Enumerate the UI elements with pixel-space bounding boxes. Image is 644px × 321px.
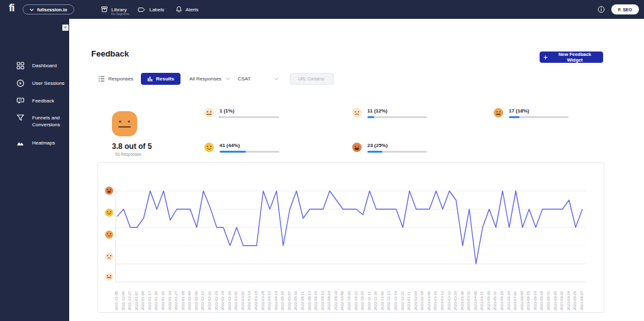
x-axis-date-label: 2023-03-10	[433, 284, 437, 310]
responses-count: 93 Responses	[115, 152, 142, 156]
x-axis-date-label: 2022-01-20	[154, 284, 158, 310]
average-score: 3.8 out of 5	[112, 142, 152, 151]
x-axis-date-label: 2021-12-05	[114, 284, 118, 310]
tab-responses-label: Responses	[108, 76, 133, 82]
x-axis-date-label: 2022-12-06	[380, 284, 384, 310]
grimace-emoji-icon	[204, 108, 214, 117]
sidebar-item-label: Feedback	[32, 96, 54, 104]
nav-item-labels[interactable]: Labels	[138, 6, 164, 13]
new-feedback-widget-button[interactable]: New Feedback Widget	[540, 52, 603, 63]
audience-select[interactable]: All Responses	[189, 76, 230, 82]
distribution-item-grimace: 1 (1%)	[204, 108, 352, 143]
x-axis-date-label: 2023-09-20	[553, 284, 557, 310]
bar-chart-icon	[147, 76, 153, 82]
account-name: fullsession.io	[37, 7, 67, 13]
feedback-trend-line-chart[interactable]	[98, 163, 595, 283]
app-window: fi fullsession.io Library For Segments L…	[0, 0, 644, 321]
x-axis-date-label: 2022-10-09	[340, 284, 344, 310]
list-icon	[98, 75, 105, 82]
bell-icon	[175, 6, 182, 13]
x-axis-date-label: 2022-01-23	[161, 284, 165, 310]
sidebar-item-heatmaps[interactable]: Heatmaps	[0, 138, 69, 147]
x-axis-date-label: 2022-03-15	[254, 284, 258, 310]
x-axis-date-label: 2023-01-11	[407, 284, 411, 310]
sidebar: Dashboard User Sessions Feedback Funnels…	[0, 19, 69, 321]
survey-type-select[interactable]: CSAT	[238, 76, 279, 82]
distribution-count-label: 23 (25%)	[367, 143, 427, 148]
nav-item-alerts[interactable]: Alerts	[175, 6, 198, 13]
distribution-count-label: 17 (18%)	[509, 108, 569, 114]
tab-responses[interactable]: Responses	[98, 75, 133, 82]
distribution-count-label: 41 (44%)	[219, 143, 279, 148]
x-axis-date-label: 2022-08-13	[308, 284, 311, 310]
main-content: Feedback New Feedback Widget Responses R…	[69, 19, 644, 321]
tab-results[interactable]: Results	[141, 73, 180, 85]
tab-results-label: Results	[156, 76, 174, 82]
nav-item-library[interactable]: Library For Segments	[101, 6, 126, 13]
x-axis-date-label: 2022-02-26	[228, 284, 231, 310]
x-axis-date-label: 2022-04-14	[274, 284, 278, 310]
chevron-down-icon	[274, 77, 279, 80]
distribution-bar-track	[367, 151, 427, 153]
x-axis-date-label: 2023-03-22	[447, 284, 451, 310]
x-axis-date-label: 2023-09-27	[580, 284, 584, 310]
info-icon[interactable]	[597, 6, 605, 13]
sidebar-item-label: Funnels and Conversions	[32, 113, 67, 128]
x-axis-date-label: 2023-08-21	[547, 284, 550, 310]
mountain-icon	[16, 139, 25, 147]
x-axis-date-label: 2022-06-07	[287, 284, 291, 310]
url-search-input[interactable]	[297, 76, 330, 82]
x-axis-date-label: 2023-08-18	[540, 284, 543, 310]
sidebar-item-label: User Sessions	[32, 79, 65, 87]
x-axis-date-label: 2023-08-06	[520, 284, 524, 310]
top-nav-menu: Library For Segments Labels Alerts	[101, 0, 198, 19]
sidebar-item-funnels[interactable]: Funnels and Conversions	[0, 113, 69, 128]
sidebar-item-dashboard[interactable]: Dashboard	[0, 61, 69, 70]
x-axis-date-label: 2022-01-27	[174, 284, 178, 310]
x-axis-date-label: 2022-02-23	[214, 284, 218, 310]
x-axis-date-label: 2023-05-29	[487, 284, 491, 310]
x-axis-date-label: 2023-03-30	[460, 284, 464, 310]
x-axis-date-label: 2023-09-25	[573, 284, 577, 310]
audience-select-value: All Responses	[189, 76, 226, 82]
chat-bubble-icon	[16, 97, 25, 105]
x-axis-date-label: 2022-08-15	[314, 284, 318, 310]
sidebar-item-user-sessions[interactable]: User Sessions	[0, 79, 69, 87]
url-search-box	[290, 73, 334, 85]
nav-item-sublabel: For Segments	[111, 13, 129, 16]
x-axis-date-label: 2022-10-26	[360, 284, 364, 310]
sidebar-item-feedback[interactable]: Feedback	[0, 96, 69, 105]
x-axis-date-label: 2022-02-24	[221, 284, 225, 310]
top-navbar: fi fullsession.io Library For Segments L…	[0, 0, 644, 19]
distribution-bar-track	[219, 116, 279, 118]
x-axis-date-label: 2023-02-18	[420, 284, 424, 310]
distribution-item-neutral: 17 (18%)	[494, 108, 569, 143]
x-axis-date-label: 2022-05-10	[280, 284, 284, 310]
sidebar-collapse-button[interactable]: «	[62, 24, 69, 31]
x-axis-date-label: 2023-09-24	[567, 284, 570, 310]
x-axis-date-label: 2022-02-04	[187, 284, 191, 310]
x-axis-date-label: 2023-05-31	[493, 284, 497, 310]
account-switcher[interactable]: fullsession.io	[23, 4, 74, 14]
x-axis-date-label: 2023-03-31	[467, 284, 470, 310]
distribution-bar-fill	[219, 116, 220, 118]
x-axis-date-label: 2023-04-11	[480, 284, 484, 310]
x-axis-date-label: 2023-06-24	[507, 284, 511, 310]
x-axis-date-label: 2022-03-01	[234, 284, 238, 310]
archive-icon	[101, 6, 108, 13]
x-axis-date-label: 2022-03-14	[247, 284, 251, 310]
distribution-bar-fill	[367, 151, 382, 153]
distribution-bar-fill	[219, 151, 246, 153]
x-axis-date-label: 2022-04-12	[267, 284, 271, 310]
distribution-bar-track	[219, 151, 279, 153]
happy-emoji-icon	[204, 143, 214, 152]
x-axis-date-label: 2021-12-06	[121, 284, 125, 310]
distribution-bar-fill	[367, 116, 374, 118]
x-axis-date-label: 2022-01-17	[148, 284, 152, 310]
x-axis-date-label: 2023-08-16	[533, 284, 537, 310]
plus-icon	[543, 55, 548, 60]
x-axis-date-label: 2022-01-07	[135, 284, 138, 310]
distribution-bar-track	[367, 116, 427, 118]
user-menu-button[interactable]: F. SEO	[611, 4, 639, 14]
x-axis-date-label: 2022-11-11	[367, 284, 371, 310]
